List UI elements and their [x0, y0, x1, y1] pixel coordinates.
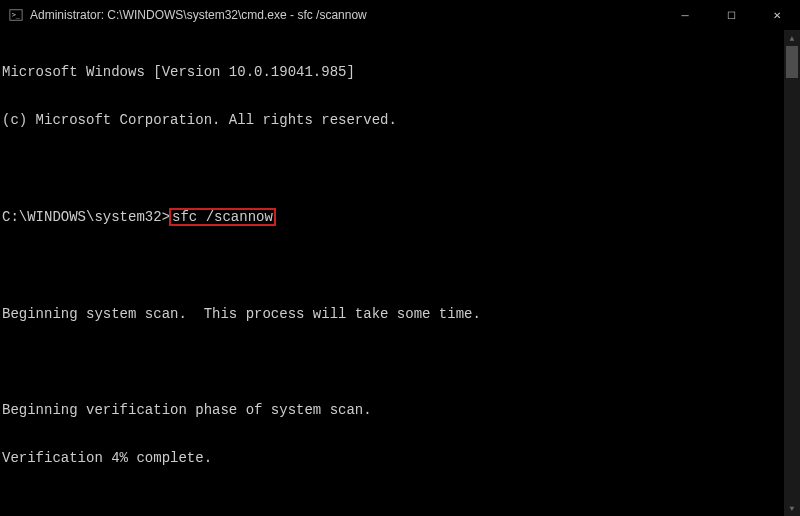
output-line [2, 258, 784, 274]
output-line: Beginning system scan. This process will… [2, 306, 784, 322]
close-icon: ✕ [773, 10, 781, 21]
minimize-button[interactable]: ─ [662, 0, 708, 30]
close-button[interactable]: ✕ [754, 0, 800, 30]
command-highlight: sfc /scannow [169, 208, 276, 226]
maximize-button[interactable]: ☐ [708, 0, 754, 30]
command-text: sfc /scannow [172, 209, 273, 225]
window-controls: ─ ☐ ✕ [662, 0, 800, 30]
titlebar[interactable]: >_ Administrator: C:\WINDOWS\system32\cm… [0, 0, 800, 30]
output-line: Microsoft Windows [Version 10.0.19041.98… [2, 64, 784, 80]
scrollbar-track[interactable] [784, 46, 800, 500]
chevron-down-icon: ▼ [790, 504, 795, 513]
output-line [2, 354, 784, 370]
output-line: Verification 4% complete. [2, 450, 784, 466]
svg-text:>_: >_ [12, 11, 21, 19]
terminal-output[interactable]: Microsoft Windows [Version 10.0.19041.98… [0, 30, 784, 516]
prompt-line: C:\WINDOWS\system32>sfc /scannow [2, 208, 784, 226]
output-line [2, 160, 784, 176]
chevron-up-icon: ▲ [790, 34, 795, 43]
output-line: Beginning verification phase of system s… [2, 402, 784, 418]
cmd-window: >_ Administrator: C:\WINDOWS\system32\cm… [0, 0, 800, 516]
output-line: (c) Microsoft Corporation. All rights re… [2, 112, 784, 128]
maximize-icon: ☐ [727, 10, 736, 21]
terminal-area: Microsoft Windows [Version 10.0.19041.98… [0, 30, 800, 516]
vertical-scrollbar[interactable]: ▲ ▼ [784, 30, 800, 516]
prompt-text: C:\WINDOWS\system32> [2, 209, 170, 225]
scroll-up-arrow[interactable]: ▲ [784, 30, 800, 46]
minimize-icon: ─ [681, 10, 688, 21]
scrollbar-thumb[interactable] [786, 46, 798, 78]
window-title: Administrator: C:\WINDOWS\system32\cmd.e… [30, 8, 662, 22]
scroll-down-arrow[interactable]: ▼ [784, 500, 800, 516]
cmd-icon: >_ [8, 7, 24, 23]
